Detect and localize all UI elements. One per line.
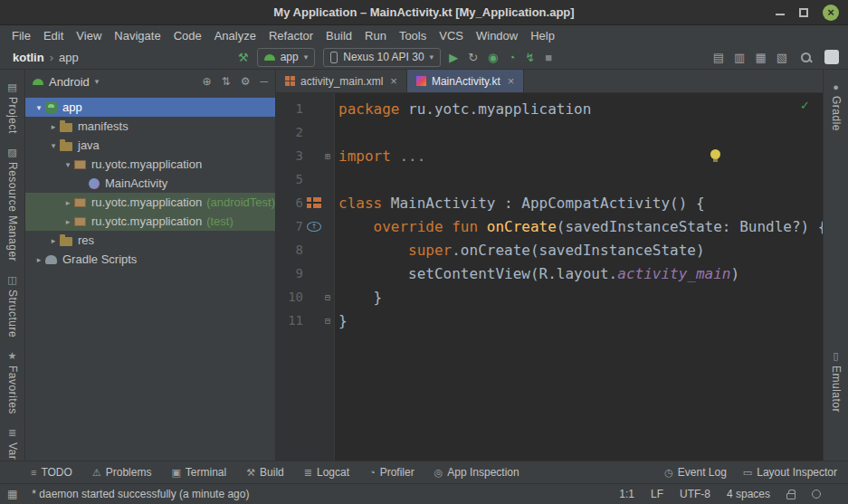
apply-changes-icon[interactable]: ↻	[468, 51, 478, 64]
intention-bulb-icon[interactable]	[710, 149, 720, 159]
toolwindow-layout-inspector[interactable]: ▭Layout Inspector	[743, 466, 837, 479]
minimize-button[interactable]	[776, 10, 785, 15]
toolwindow-logcat[interactable]: ≣Logcat	[304, 466, 349, 479]
stripe-project[interactable]: ▤Project	[6, 75, 19, 140]
tree-item-manifests[interactable]: ▸manifests	[25, 117, 275, 136]
search-icon[interactable]	[800, 52, 812, 63]
toolwindow-build[interactable]: ⚒Build	[246, 466, 284, 479]
tool-windows-icon[interactable]: ▦	[7, 488, 17, 500]
menu-edit[interactable]: Edit	[37, 29, 70, 43]
indent-setting[interactable]: 4 spaces	[727, 488, 770, 500]
toolwindow-todo[interactable]: ≡TODO	[31, 466, 72, 479]
panel-header-icons: ⊕⇅⚙─	[203, 75, 268, 88]
status-message[interactable]: * daemon started successfully (a minute …	[32, 488, 249, 500]
gradle-tree-icon	[45, 255, 57, 264]
tab-mainactivity-kt[interactable]: MainActivity.kt×	[407, 70, 524, 92]
tab-activity-main-xml[interactable]: activity_main.xml×	[276, 70, 407, 92]
tree-item-java[interactable]: ▾java	[25, 136, 275, 155]
android-module-icon	[45, 101, 57, 113]
toolwindow-event-log[interactable]: ◷Event Log	[664, 466, 727, 479]
breadcrumb: kotlin › app	[13, 51, 79, 64]
project-panel: Android ▾ ⊕⇅⚙─ ▾app▸manifests▾java▾ru.yo…	[25, 70, 276, 461]
debug-icon[interactable]: ◉	[488, 51, 498, 64]
stripe-structure[interactable]: ◫Structure	[6, 268, 19, 344]
device-manager-icon[interactable]: ▤	[713, 51, 724, 64]
tree-item-res[interactable]: ▸res	[25, 231, 275, 250]
sdk-manager-icon[interactable]: ▦	[755, 51, 766, 64]
stripe-resource-manager[interactable]: ▨Resource Manager	[6, 140, 19, 268]
build-icon: ⚒	[246, 467, 255, 479]
tree-item-ru-yotc-myapplication[interactable]: ▾ru.yotc.myapplication	[25, 155, 275, 174]
maximize-button[interactable]	[799, 8, 808, 17]
menu-window[interactable]: Window	[470, 29, 524, 43]
fold-marker[interactable]: ⊟	[321, 316, 334, 326]
file-encoding[interactable]: UTF-8	[680, 488, 710, 500]
collapse-all-icon[interactable]: ⇅	[222, 75, 231, 88]
toolwindow-profiler[interactable]: ◔Profiler	[369, 466, 414, 479]
stripe-favorites[interactable]: ★Favorites	[6, 344, 19, 421]
settings-icon[interactable]: ⚙	[241, 75, 251, 88]
menu-build[interactable]: Build	[319, 29, 358, 43]
related-file-icon[interactable]	[307, 197, 321, 208]
device-select[interactable]: Nexus 10 API 30 ▾	[323, 48, 441, 67]
menu-navigate[interactable]: Navigate	[108, 29, 167, 43]
menu-view[interactable]: View	[70, 29, 108, 43]
tree-toggle-arrow[interactable]: ▸	[47, 122, 60, 131]
stop-icon[interactable]: ■	[545, 51, 552, 64]
locate-file-icon[interactable]: ⊕	[203, 75, 212, 88]
tree-item-ru-yotc-myapplication-test[interactable]: ▸ru.yotc.myapplication(test)	[25, 212, 275, 231]
tree-item-gradle-scripts[interactable]: ▸Gradle Scripts	[25, 250, 275, 269]
menu-run[interactable]: Run	[358, 29, 393, 43]
stripe-emulator[interactable]: ▯Emulator	[830, 344, 843, 419]
tree-toggle-arrow[interactable]: ▸	[47, 236, 60, 245]
version-control-icon[interactable]: ▧	[777, 51, 787, 64]
code-area[interactable]: 1package ru.yotc.myapplication23⊞import …	[276, 93, 823, 461]
tree-item-ru-yotc-myapplication-androidtest[interactable]: ▸ru.yotc.myapplication(androidTest)	[25, 193, 275, 212]
tree-item-mainactivity[interactable]: MainActivity	[25, 174, 275, 193]
event-log-icon: ◷	[664, 467, 673, 479]
project-view-select[interactable]: Android	[49, 75, 90, 89]
menu-refactor[interactable]: Refactor	[262, 29, 319, 43]
fold-marker[interactable]: ⊞	[321, 151, 334, 161]
build-hammer-icon[interactable]: ⚒	[238, 51, 249, 64]
tree-toggle-arrow[interactable]: ▾	[33, 103, 45, 112]
menu-code[interactable]: Code	[167, 29, 208, 43]
unlock-icon[interactable]	[786, 493, 796, 499]
toolwindow-problems[interactable]: ⚠Problems	[92, 466, 152, 479]
profiler-icon[interactable]: ◔	[508, 51, 515, 64]
close-icon[interactable]: ×	[508, 74, 515, 88]
close-button[interactable]: ×	[823, 5, 839, 21]
override-method-icon[interactable]	[307, 222, 321, 232]
breadcrumb-leaf[interactable]: app	[59, 51, 79, 64]
fold-marker[interactable]: ⊟	[321, 292, 334, 302]
tree-toggle-arrow[interactable]: ▸	[33, 255, 45, 264]
close-icon[interactable]: ×	[390, 74, 397, 88]
line-separator[interactable]: LF	[651, 488, 663, 500]
emulator-icon: ▯	[833, 350, 838, 362]
tree-item-app[interactable]: ▾app	[25, 98, 275, 117]
menu-file[interactable]: File	[5, 29, 37, 43]
run-configuration-select[interactable]: app ▾	[257, 48, 316, 67]
avd-manager-icon[interactable]: ▥	[734, 51, 745, 64]
menu-analyze[interactable]: Analyze	[208, 29, 262, 43]
caret-position[interactable]: 1:1	[619, 488, 634, 500]
tree-toggle-arrow[interactable]: ▾	[47, 141, 60, 150]
hide-panel-icon[interactable]: ─	[260, 75, 268, 88]
breadcrumb-module[interactable]: kotlin	[13, 51, 44, 64]
apply-code-changes-icon[interactable]: ↯	[525, 51, 535, 64]
tree-toggle-arrow[interactable]: ▸	[62, 198, 74, 207]
notifications-icon[interactable]	[812, 490, 821, 499]
menu-tools[interactable]: Tools	[393, 29, 433, 43]
run-icon[interactable]: ▶	[449, 51, 458, 64]
toolwindow-terminal[interactable]: ▣Terminal	[171, 466, 226, 479]
android-icon	[33, 79, 43, 85]
tree-toggle-arrow[interactable]: ▸	[62, 217, 74, 226]
terminal-icon: ▣	[171, 467, 180, 479]
avatar[interactable]	[824, 50, 839, 64]
code-line-3: 3⊞import ...	[276, 144, 823, 167]
tree-toggle-arrow[interactable]: ▾	[62, 160, 74, 169]
menu-vcs[interactable]: VCS	[433, 29, 470, 43]
menu-help[interactable]: Help	[524, 29, 561, 43]
stripe-gradle[interactable]: ●Gradle	[830, 75, 843, 138]
toolwindow-app-inspection[interactable]: ◎App Inspection	[434, 466, 519, 479]
